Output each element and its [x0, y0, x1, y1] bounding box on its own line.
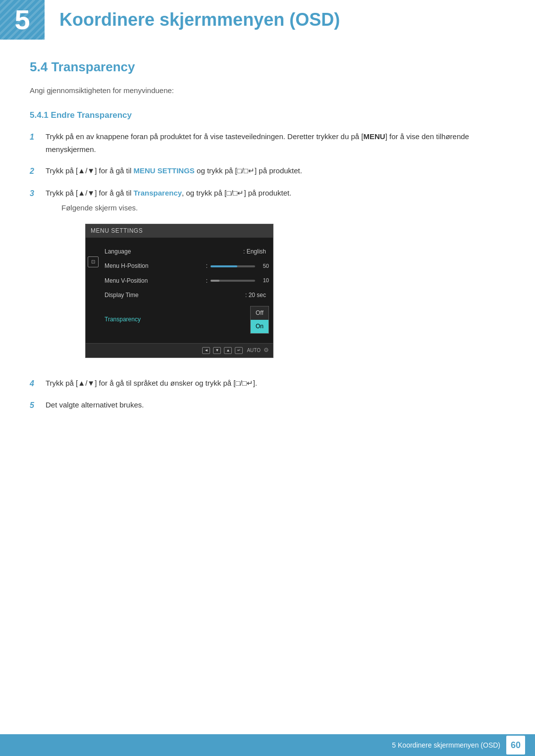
menu-key-bold: MENU [363, 132, 385, 141]
osd-option-off: Off [251, 306, 268, 320]
osd-gear-icon: ⚙ [264, 346, 269, 355]
osd-row-displaytime: Display Time : 20 sec [105, 288, 269, 302]
osd-bottom-bar: ◄ ▼ ▲ ↵ AUTO ⚙ [86, 343, 273, 357]
osd-sidebar: ⊡ [86, 242, 101, 339]
osd-option-on: On [251, 320, 268, 333]
osd-label-displaytime: Display Time [105, 291, 245, 300]
chapter-title-block: Koordinere skjermmenyen (OSD) [45, 0, 535, 40]
step-text-2: Trykk på [▲/▼] for å gå til MENU SETTING… [46, 164, 505, 177]
following-text: Følgende skjerm vises. [61, 202, 291, 214]
osd-enter-icon: ↵ [235, 347, 243, 354]
content-area: 5.4 Transparency Angi gjennomsiktigheten… [0, 59, 535, 460]
section-intro: Angi gjennomsiktigheten for menyvinduene… [30, 85, 505, 97]
footer-chapter-text: 5 Koordinere skjermmenyen (OSD) [392, 741, 500, 749]
section-title: 5.4 Transparency [30, 59, 505, 75]
osd-title-text: MENU SETTINGS [91, 227, 143, 234]
osd-colon-hpos: : [206, 261, 208, 271]
osd-label-vposition: Menu V-Position [105, 276, 206, 286]
osd-btn-up: ▲ [224, 347, 232, 354]
osd-slider-num-hpos: 50 [259, 262, 269, 271]
osd-screen: MENU SETTINGS ⊡ [85, 224, 273, 358]
osd-back-icon: ◄ [202, 347, 210, 354]
osd-label-transparency: Transparency [105, 315, 250, 324]
chapter-number-block: 5 [0, 0, 45, 40]
osd-sidebar-icon: ⊡ [88, 256, 99, 267]
step-2: 2 Trykk på [▲/▼] for å gå til MENU SETTI… [30, 164, 505, 178]
screen-container: MENU SETTINGS ⊡ [85, 224, 291, 358]
chapter-number: 5 [14, 6, 30, 34]
osd-row-vposition: Menu V-Position : 10 [105, 274, 269, 288]
step-number-5: 5 [30, 399, 41, 412]
osd-down-icon: ▼ [213, 347, 221, 354]
osd-row-hposition: Menu H-Position : 50 [105, 259, 269, 273]
osd-body: ⊡ Language : English [86, 238, 273, 343]
osd-transparency-dropdown: Off On [250, 305, 269, 334]
osd-btn-back: ◄ [202, 347, 210, 354]
osd-label-language: Language [105, 247, 243, 256]
subsection-title: 5.4.1 Endre Transparency [30, 110, 505, 120]
osd-row-language: Language : English [105, 245, 269, 259]
osd-colon-vpos: : [206, 276, 208, 286]
chapter-title: Koordinere skjermmenyen (OSD) [59, 9, 340, 30]
osd-slider-num-vpos: 10 [259, 276, 269, 285]
page-header: 5 Koordinere skjermmenyen (OSD) [0, 0, 535, 40]
osd-slider-vpos [211, 280, 255, 282]
osd-menu-items: Language : English Menu H-Position : [101, 242, 273, 339]
step-text-1: Trykk på en av knappene foran på produkt… [46, 130, 505, 155]
osd-auto-label: AUTO [247, 347, 261, 354]
section-number: 5.4 [30, 59, 48, 74]
osd-row-transparency: Transparency Off On [105, 302, 269, 336]
footer-page-number: 60 [506, 736, 525, 755]
osd-title-bar: MENU SETTINGS [86, 224, 273, 238]
osd-label-hposition: Menu H-Position [105, 261, 206, 271]
step-5: 5 Det valgte alternativet brukes. [30, 399, 505, 412]
osd-btn-down: ▼ [213, 347, 221, 354]
osd-slider-fill-vpos [211, 280, 219, 282]
osd-value-displaytime: : 20 sec [245, 291, 266, 300]
step-4: 4 Trykk på [▲/▼] for å gå til språket du… [30, 377, 505, 390]
osd-dropdown: Off On [250, 306, 269, 334]
osd-slider-fill-hpos [211, 265, 237, 267]
step-text-5: Det valgte alternativet brukes. [46, 399, 505, 411]
step-3: 3 Trykk på [▲/▼] for å gå til Transparen… [30, 187, 505, 368]
osd-value-language: : English [243, 247, 266, 256]
step-text-3: Trykk på [▲/▼] for å gå til Transparency… [46, 189, 291, 197]
osd-up-icon: ▲ [224, 347, 232, 354]
subsection-number: 5.4.1 [30, 110, 49, 120]
subsection-heading: Endre Transparency [51, 110, 132, 120]
page-footer: 5 Koordinere skjermmenyen (OSD) 60 [0, 734, 535, 756]
section-heading: Transparency [51, 59, 135, 74]
steps-list: 1 Trykk på en av knappene foran på produ… [30, 130, 505, 412]
step-text-4: Trykk på [▲/▼] for å gå til språket du ø… [46, 377, 505, 390]
step-1: 1 Trykk på en av knappene foran på produ… [30, 130, 505, 155]
transparency-bold: Transparency [134, 189, 182, 197]
step-number-4: 4 [30, 377, 41, 390]
step-number-2: 2 [30, 164, 41, 178]
osd-btn-enter: ↵ [235, 347, 243, 354]
osd-slider-hpos [211, 265, 255, 267]
menu-settings-bold: MENU SETTINGS [134, 166, 195, 175]
step-number-1: 1 [30, 130, 41, 144]
step-3-content: Trykk på [▲/▼] for å gå til Transparency… [46, 187, 291, 368]
step-number-3: 3 [30, 187, 41, 200]
